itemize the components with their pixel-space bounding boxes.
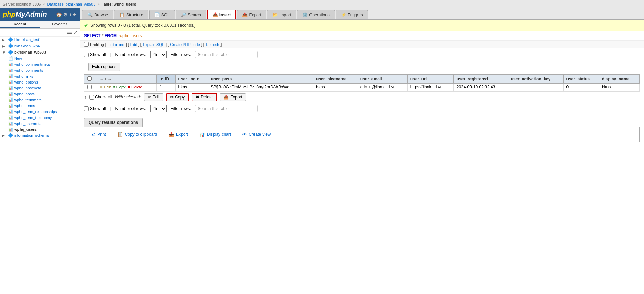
breadcrumb-table: Table: wphq_users bbox=[102, 2, 136, 6]
col-user_activation_key[interactable]: user_activation_key bbox=[508, 75, 563, 84]
tab-import[interactable]: 📂 Import bbox=[267, 10, 296, 19]
copy-row-link[interactable]: ⧉ Copy bbox=[113, 85, 126, 89]
home-icon[interactable]: 🏠 bbox=[56, 12, 62, 17]
expand-icon[interactable]: ⤢ bbox=[73, 30, 78, 35]
num-rows-select[interactable]: 25 50 100 250 500 bbox=[150, 51, 167, 58]
extra-options-wrapper: Extra options bbox=[80, 61, 644, 74]
filter-label: Filter rows: bbox=[171, 52, 191, 57]
sidebar-item-bknskhan_wp41[interactable]: ▶ 🔷 bknskhan_wp41 bbox=[0, 43, 80, 49]
profiling-checkbox[interactable] bbox=[84, 42, 89, 47]
show-all-checkbox[interactable] bbox=[84, 53, 89, 57]
sidebar-item-wphq_users[interactable]: 📊 wphq_users bbox=[0, 126, 80, 132]
show-all-checkbox-bottom[interactable] bbox=[84, 106, 89, 111]
col-user_status[interactable]: user_status bbox=[563, 75, 599, 84]
col-user_login[interactable]: user_login bbox=[175, 75, 208, 84]
col-id[interactable]: ▼ ID bbox=[156, 75, 175, 84]
sidebar-item-wphq_comments[interactable]: 📊 wphq_comments bbox=[0, 67, 80, 73]
tab-browse[interactable]: 🔍 Browse bbox=[82, 10, 113, 19]
sql-keyword-from: FROM bbox=[105, 33, 117, 38]
export-selected-button[interactable]: 📤 Export bbox=[220, 93, 246, 101]
table-name: wphq_postmeta bbox=[14, 86, 41, 90]
sidebar-header: phpMyAdmin 🏠 ⚙ ℹ ★ bbox=[0, 8, 80, 21]
col-user_registered[interactable]: user_registered bbox=[453, 75, 508, 84]
tab-structure[interactable]: 📋 Structure bbox=[114, 10, 148, 19]
settings-icon[interactable]: ⚙ bbox=[63, 12, 68, 17]
sidebar-item-wphq_term_taxonomy[interactable]: 📊 wphq_term_taxonomy bbox=[0, 114, 80, 120]
edit-link[interactable]: Edit bbox=[130, 42, 137, 47]
table-name: wphq_posts bbox=[14, 92, 35, 96]
star-icon[interactable]: ★ bbox=[72, 12, 77, 17]
row-checkbox[interactable] bbox=[87, 85, 92, 89]
sidebar-item-wphq_links[interactable]: 📊 wphq_links bbox=[0, 73, 80, 79]
export-button[interactable]: 📤 Export bbox=[166, 130, 190, 138]
sidebar-item-wphq_term_relationships[interactable]: 📊 wphq_term_relationships bbox=[0, 109, 80, 114]
filter-input-top[interactable] bbox=[195, 51, 258, 58]
top-table-controls: Show all | Number of rows: 25 50 100 250… bbox=[80, 48, 644, 61]
cell-user_login: bkns bbox=[175, 84, 208, 92]
check-all-text: Check all bbox=[95, 95, 112, 100]
col-user_email[interactable]: user_email bbox=[357, 75, 407, 84]
tab-triggers[interactable]: ⚡ Triggers bbox=[336, 10, 368, 19]
create-view-button[interactable]: 👁 Create view bbox=[240, 130, 273, 138]
view-icon: 👁 bbox=[242, 132, 247, 137]
edit-inline-link[interactable]: Edit inline bbox=[108, 42, 124, 47]
tab-sql[interactable]: 📄 SQL bbox=[149, 10, 175, 19]
explain-sql-link[interactable]: Explain SQL bbox=[143, 42, 164, 47]
sidebar-item-wphq_commentmeta[interactable]: 📊 wphq_commentmeta bbox=[0, 61, 80, 67]
breadcrumb-database[interactable]: Database: bknskhan_wp503 bbox=[47, 2, 96, 6]
breadcrumb-server[interactable]: Server: localhost:3306 bbox=[3, 2, 41, 6]
export-qro-icon: 📤 bbox=[168, 132, 174, 137]
sidebar-item-wphq_termmeta[interactable]: 📊 wphq_termmeta bbox=[0, 97, 80, 103]
delete-selected-button[interactable]: ✖ Delete bbox=[192, 93, 217, 101]
cell-user_registered: 2024-09-10 02:32:43 bbox=[453, 84, 508, 92]
col-user_nicename[interactable]: user_nicename bbox=[313, 75, 357, 84]
filter-input-bottom[interactable] bbox=[195, 105, 258, 112]
extra-options-button[interactable]: Extra options bbox=[88, 63, 120, 71]
back-icon[interactable]: ↑ bbox=[84, 94, 87, 100]
col-display_name[interactable]: display_name bbox=[599, 75, 639, 84]
tab-operations[interactable]: ⚙️ Operations bbox=[297, 10, 335, 19]
edit-row-link[interactable]: ✏ Edit bbox=[100, 85, 111, 89]
tab-search[interactable]: 🔎 Search bbox=[176, 10, 206, 19]
success-bar: ✔ Showing rows 0 - 0 (1 total, Query too… bbox=[80, 20, 644, 31]
copy-icon: ⧉ bbox=[170, 95, 174, 100]
info-icon[interactable]: ℹ bbox=[69, 12, 71, 17]
num-rows-label-bottom: Number of rows: bbox=[115, 106, 146, 111]
copy-to-clipboard-button[interactable]: 📋 Copy to clipboard bbox=[115, 130, 159, 138]
divider-bottom: | bbox=[110, 106, 111, 111]
sidebar-item-information_schema[interactable]: ▶ 🔷 information_schema bbox=[0, 132, 80, 138]
sidebar-item-wphq_posts[interactable]: 📊 wphq_posts bbox=[0, 91, 80, 97]
copy-to-clipboard-label: Copy to clipboard bbox=[125, 132, 157, 137]
sidebar-item-wphq_terms[interactable]: 📊 wphq_terms bbox=[0, 103, 80, 109]
tab-insert[interactable]: 📥 Insert bbox=[207, 10, 236, 19]
sidebar-item-bknskhan_test1[interactable]: ▶ 🔷 bknskhan_test1 bbox=[0, 37, 80, 43]
sidebar-item-new[interactable]: 📄 New bbox=[0, 55, 80, 61]
create-php-link[interactable]: Create PHP code bbox=[170, 42, 200, 47]
tab-recent[interactable]: Recent bbox=[0, 21, 40, 28]
tab-structure-label: Structure bbox=[126, 13, 143, 17]
select-all-checkbox[interactable] bbox=[87, 76, 92, 81]
edit-btn-label: Edit bbox=[153, 95, 160, 100]
sidebar-item-bknskhan_wp503[interactable]: ▼ 🔷 bknskhan_wp503 bbox=[0, 49, 80, 55]
print-button[interactable]: 🖨 Print bbox=[89, 130, 108, 138]
col-arrows: ← T → bbox=[97, 75, 156, 84]
sidebar-item-wphq_postmeta[interactable]: 📊 wphq_postmeta bbox=[0, 85, 80, 91]
edit-selected-button[interactable]: ✏ Edit bbox=[144, 93, 164, 101]
table-name: wphq_term_taxonomy bbox=[14, 116, 52, 120]
tab-export[interactable]: 📤 Export bbox=[237, 10, 266, 19]
col-user_url[interactable]: user_url bbox=[407, 75, 453, 84]
collapse-icon[interactable]: ▬ bbox=[67, 30, 72, 35]
check-all-checkbox[interactable] bbox=[89, 95, 94, 100]
display-chart-button[interactable]: 📊 Display chart bbox=[197, 130, 233, 138]
num-rows-select-bottom[interactable]: 25 50 100 bbox=[150, 105, 167, 112]
col-user_pass[interactable]: user_pass bbox=[208, 75, 313, 84]
tab-favorites[interactable]: Favorites bbox=[40, 21, 80, 28]
copy-selected-button[interactable]: ⧉ Copy bbox=[166, 93, 189, 101]
refresh-link[interactable]: Refresh bbox=[206, 42, 219, 47]
sidebar-item-wphq_usermeta[interactable]: 📊 wphq_usermeta bbox=[0, 120, 80, 126]
sidebar-item-wphq_options[interactable]: 📊 wphq_options bbox=[0, 79, 80, 85]
qro-tab[interactable]: Query results operations bbox=[84, 118, 143, 127]
table-name: wphq_comments bbox=[14, 68, 43, 72]
sql-table-name: `wphq_users` bbox=[118, 33, 143, 38]
delete-row-link[interactable]: ✖ Delete bbox=[127, 85, 143, 89]
